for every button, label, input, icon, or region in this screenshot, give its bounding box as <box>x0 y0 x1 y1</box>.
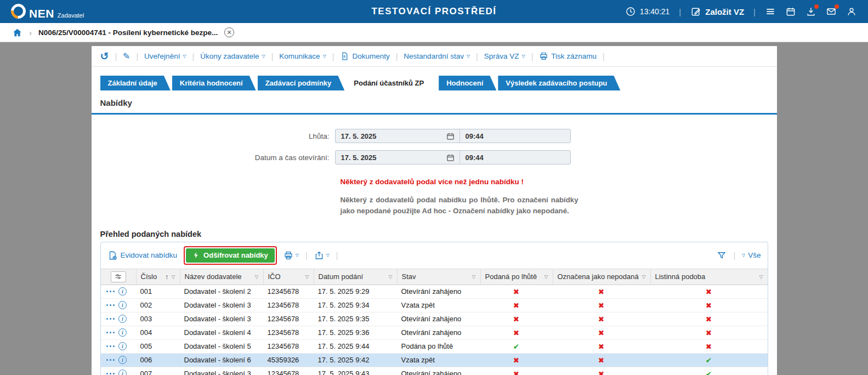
separator: | <box>753 7 756 16</box>
tab-zadavaci-podminky[interactable]: Zadávací podmínky <box>258 76 345 90</box>
column-filter-icon[interactable]: ▽ <box>759 274 763 280</box>
chevron-right-icon: › <box>29 28 32 37</box>
table-row[interactable]: i 006 Dodavatel - školení 6 45359326 17.… <box>101 354 768 367</box>
row-menu-icon[interactable] <box>106 304 115 306</box>
column-header-listinna-podoba[interactable]: Listinná podoba ▽ <box>650 269 768 285</box>
cell-marked: ✖ <box>553 342 650 351</box>
nen-logo[interactable]: NEN Zadavatel <box>11 4 84 19</box>
column-header-cislo[interactable]: Číslo ↑ ▽ <box>136 269 180 285</box>
tab-zakladni-udaje[interactable]: Základní údaje <box>100 76 171 90</box>
lhuta-date-input[interactable]: 17. 5. 2025 <box>336 132 446 140</box>
oteviranie-time-input[interactable]: 09:44 <box>460 154 570 162</box>
column-header-podana-po-lhute[interactable]: Podaná po lhůtě ▽ <box>480 269 553 285</box>
edit-icon[interactable]: ✎ <box>123 52 130 61</box>
column-filter-icon[interactable]: ▽ <box>172 274 175 280</box>
column-filter-icon[interactable]: ▽ <box>255 274 259 280</box>
messages-button[interactable] <box>826 6 837 17</box>
create-vz-button[interactable]: Založit VZ <box>690 6 744 17</box>
cell-marked: ✖ <box>553 315 650 323</box>
column-filter-icon[interactable]: ▽ <box>305 274 309 280</box>
tab-hodnoceni[interactable]: Hodnocení <box>439 76 496 90</box>
menu-uverejneni[interactable]: Uveřejnění ▽ <box>144 52 186 60</box>
cell-marked: ✖ <box>553 287 650 296</box>
downloads-button[interactable] <box>805 6 816 17</box>
cell-late: ✖ <box>480 315 553 323</box>
row-menu-icon[interactable] <box>106 373 115 375</box>
table-row[interactable]: i 003 Dodavatel - školení 3 12345678 17.… <box>101 312 768 326</box>
tab-kriteria-hodnoceni[interactable]: Kritéria hodnocení <box>172 76 256 90</box>
sort-asc-icon[interactable]: ↑ <box>165 272 169 281</box>
table-row[interactable]: i 004 Dodavatel - školení 4 12345678 17.… <box>101 326 768 340</box>
column-header-nazev-dodavatele[interactable]: Název dodavatele ▽ <box>180 269 263 285</box>
calendar-icon[interactable] <box>785 6 796 17</box>
register-offer-icon <box>107 251 117 260</box>
row-menu-icon[interactable] <box>106 359 115 361</box>
column-filter-icon[interactable]: ▽ <box>389 274 393 280</box>
info-icon[interactable]: i <box>118 342 127 350</box>
menu-tisk-zaznamu[interactable]: Tisk záznamu <box>539 52 597 61</box>
table-row[interactable]: i 002 Dodavatel - školení 3 12345678 17.… <box>101 299 768 312</box>
info-icon[interactable]: i <box>118 287 127 296</box>
export-tool[interactable]: ▽ <box>314 251 330 260</box>
decrypt-offers-button[interactable]: Odšifrovat nabídky <box>186 248 275 263</box>
column-header-ico[interactable]: IČO ▽ <box>263 269 314 285</box>
evidovat-nabidku-button[interactable]: Evidovat nabídku <box>107 251 178 260</box>
row-menu-icon[interactable] <box>106 318 115 320</box>
column-filter-icon[interactable]: ▽ <box>544 274 548 280</box>
cell-number: 001 <box>136 287 180 296</box>
filter-all-dropdown[interactable]: ▽ Vše <box>742 251 761 259</box>
column-filter-icon[interactable]: ▽ <box>472 274 476 280</box>
column-settings[interactable] <box>101 269 136 285</box>
menu-komunikace[interactable]: Komunikace ▽ <box>279 52 326 60</box>
table-row[interactable]: i 001 Dodavatel - školení 2 12345678 17.… <box>101 285 768 299</box>
oteviranie-date-input[interactable]: 17. 5. 2025 <box>336 154 446 162</box>
filter-icon[interactable] <box>717 251 727 260</box>
history-icon[interactable]: ↺ <box>100 51 109 61</box>
chevron-down-icon: ▽ <box>323 54 326 59</box>
row-actions: i <box>101 328 136 337</box>
breadcrumb-item[interactable]: N006/25/V00004741 - Posílení kybernetick… <box>38 29 218 37</box>
offers-section-title: Přehled podaných nabídek <box>100 230 768 238</box>
info-icon[interactable]: i <box>118 370 127 375</box>
tab-podani-ucastniku-zp[interactable]: Podání účastníků ZP <box>346 76 437 90</box>
info-icon[interactable]: i <box>118 356 127 364</box>
column-filter-icon[interactable]: ▽ <box>642 274 646 280</box>
info-icon[interactable]: i <box>118 328 127 337</box>
create-vz-label: Založit VZ <box>705 7 744 16</box>
column-label: Podaná po lhůtě <box>485 272 542 281</box>
cell-number: 005 <box>136 342 180 350</box>
table-row[interactable]: i 005 Dodavatel - školení 5 12345678 17.… <box>101 340 768 354</box>
menu-sprava-vz[interactable]: Správa VZ ▽ <box>484 52 525 60</box>
close-icon[interactable]: ✕ <box>224 27 234 37</box>
column-header-datum-podani[interactable]: Datum podání ▽ <box>314 269 397 285</box>
decrypt-offers-label: Odšifrovat nabídky <box>203 251 268 259</box>
menu-nestandardni-stav[interactable]: Nestandardní stav ▽ <box>404 52 470 60</box>
user-icon[interactable] <box>846 6 857 17</box>
info-icon[interactable]: i <box>118 315 127 323</box>
info-icon[interactable]: i <box>118 301 127 309</box>
table-row[interactable]: i 007 Dodavatel - školení 3 12345678 17.… <box>101 367 768 375</box>
menu-label: Tisk záznamu <box>551 52 597 60</box>
separator: | <box>115 52 117 61</box>
menu-ukony-zadavatele[interactable]: Úkony zadavatele ▽ <box>200 52 265 60</box>
row-menu-icon[interactable] <box>106 332 115 334</box>
tab-vysledek-zadavaciho-postupu[interactable]: Výsledek zadávacího postupu <box>498 76 620 90</box>
column-header-oznacena-jako-nepodana[interactable]: Označena jako nepodaná ▽ <box>553 269 650 285</box>
row-menu-icon[interactable] <box>106 291 115 293</box>
menu-dokumenty[interactable]: Dokumenty <box>340 52 389 61</box>
chevron-down-icon: ▽ <box>742 253 745 258</box>
row-menu-icon[interactable] <box>106 345 115 348</box>
cell-late: ✔ <box>480 342 553 351</box>
row-actions: i <box>101 301 136 309</box>
home-icon[interactable] <box>12 27 22 38</box>
offers-grid: Evidovat nabídku Odšifrovat nabídky ▽ | … <box>100 242 768 375</box>
print-tool[interactable]: ▽ <box>283 251 299 260</box>
calendar-icon[interactable] <box>446 132 455 141</box>
column-settings-button[interactable] <box>111 271 126 282</box>
menu-icon[interactable] <box>765 6 776 17</box>
calendar-icon[interactable] <box>446 153 455 162</box>
column-label: Název dodavatele <box>185 272 252 281</box>
cell-marked: ✖ <box>553 370 650 375</box>
column-header-stav[interactable]: Stav ▽ <box>397 269 480 285</box>
lhuta-time-input[interactable]: 09:44 <box>460 132 570 140</box>
